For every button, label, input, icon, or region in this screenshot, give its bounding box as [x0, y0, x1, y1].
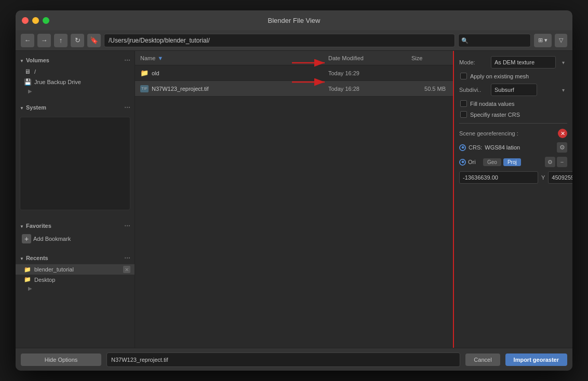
- filename-input[interactable]: [106, 352, 460, 367]
- subdiv-row: Subdivi.. Subsurf Multi-resolution None: [459, 84, 567, 96]
- system-header: ▼System ···: [16, 101, 135, 114]
- ori-radio[interactable]: [459, 159, 466, 166]
- table-row[interactable]: TIF N37W123_reproject.tif Today 16:28 50…: [135, 81, 453, 97]
- crs-radio[interactable]: [459, 144, 466, 151]
- recent-close-button[interactable]: ✕: [123, 266, 130, 273]
- coords-row: Y: [459, 171, 567, 184]
- georef-close-button[interactable]: ✕: [558, 129, 567, 138]
- search-icon: 🔍: [461, 37, 469, 44]
- sidebar-item-backup[interactable]: 💾 Jrue Backup Drive: [16, 77, 135, 87]
- mode-select[interactable]: As DEM texture As background texture As …: [491, 56, 556, 69]
- add-bookmark-button[interactable]: +: [22, 234, 31, 243]
- add-bookmark-row[interactable]: + Add Bookmark: [16, 232, 135, 246]
- volumes-section: ▼Volumes ··· 🖥 / 💾 Jrue Backup Drive ▶: [16, 51, 135, 98]
- bottom-bar: Hide Options Cancel Import georaster: [16, 348, 572, 371]
- y-coord-input[interactable]: [548, 171, 572, 184]
- fill-nodata-checkbox[interactable]: [460, 100, 467, 107]
- back-button[interactable]: ←: [21, 34, 34, 47]
- right-panel: Mode: As DEM texture As background textu…: [453, 51, 572, 348]
- view-button[interactable]: ⊞ ▾: [534, 34, 552, 47]
- sidebar: ▼Volumes ··· 🖥 / 💾 Jrue Backup Drive ▶ ▼…: [16, 51, 135, 348]
- recent-item-desktop[interactable]: 📁 Desktop: [16, 275, 135, 284]
- file-date-tif: Today 16:28: [323, 86, 406, 92]
- table-row[interactable]: 📁 old Today 16:29: [135, 65, 453, 81]
- specify-raster-row: Specifiy raster CRS: [459, 111, 567, 118]
- file-area: Name ▼ Date Modified Size 📁: [135, 51, 453, 348]
- apply-mesh-checkbox[interactable]: [460, 73, 467, 79]
- forward-button[interactable]: →: [37, 34, 51, 47]
- date-column-header[interactable]: Date Modified: [323, 55, 406, 61]
- ori-settings-button[interactable]: ⚙: [545, 157, 555, 167]
- favorites-section: ▼Favorites ··· + Add Bookmark: [16, 216, 135, 249]
- recents-dots[interactable]: ···: [124, 254, 130, 262]
- system-section: ▼System ···: [16, 98, 135, 216]
- ori-minus-button[interactable]: −: [557, 157, 567, 167]
- traffic-lights: [22, 17, 49, 24]
- file-size-tif: 50.5 MB: [406, 86, 453, 92]
- system-dots[interactable]: ···: [124, 103, 130, 112]
- close-button[interactable]: [22, 17, 29, 24]
- favorites-dots[interactable]: ···: [124, 222, 130, 230]
- window-title: Blender File View: [268, 17, 320, 24]
- panel-divider: [459, 123, 567, 124]
- search-input[interactable]: [458, 34, 531, 47]
- crs-row: CRS: WGS84 lation ⚙: [459, 142, 567, 153]
- cancel-button[interactable]: Cancel: [465, 353, 500, 366]
- bookmark-button[interactable]: 🔖: [87, 34, 101, 47]
- path-input[interactable]: [104, 34, 455, 47]
- backup-drive-icon: 💾: [24, 78, 31, 86]
- drive-icon: 🖥: [24, 68, 31, 75]
- volumes-dots[interactable]: ···: [124, 56, 130, 64]
- mode-select-wrapper: As DEM texture As background texture As …: [491, 56, 567, 69]
- import-georaster-button[interactable]: Import georaster: [505, 353, 567, 366]
- main-content: ▼Volumes ··· 🖥 / 💾 Jrue Backup Drive ▶ ▼…: [16, 51, 572, 348]
- proj-tab[interactable]: Proj: [503, 158, 521, 166]
- folder-icon: 📁: [140, 69, 149, 77]
- mode-row: Mode: As DEM texture As background textu…: [459, 56, 567, 69]
- titlebar: Blender File View: [16, 10, 572, 30]
- georef-label-row: Scene georeferencing : ✕: [459, 129, 567, 138]
- refresh-button[interactable]: ↻: [71, 34, 84, 47]
- crs-gear-button[interactable]: ⚙: [557, 142, 567, 153]
- folder-icon-recent: 📁: [24, 266, 31, 273]
- ori-row: Ori Geo Proj ⚙ −: [459, 157, 567, 167]
- minimize-button[interactable]: [32, 17, 39, 24]
- geo-tab[interactable]: Geo: [483, 158, 501, 166]
- sidebar-item-root[interactable]: 🖥 /: [16, 66, 135, 77]
- image-file-icon: TIF: [140, 85, 149, 92]
- up-button[interactable]: ↑: [54, 34, 68, 47]
- hide-options-button[interactable]: Hide Options: [21, 353, 101, 366]
- recents-more[interactable]: ▶: [16, 284, 135, 292]
- file-list-header: Name ▼ Date Modified Size: [135, 51, 453, 65]
- maximize-button[interactable]: [43, 17, 49, 24]
- file-list: 📁 old Today 16:29 TIF N37W123_reproject.…: [135, 65, 453, 348]
- folder-icon-desktop: 📁: [24, 276, 31, 283]
- volumes-more[interactable]: ▶: [16, 87, 135, 95]
- file-name-old: 📁 old: [135, 69, 323, 77]
- fill-nodata-row: Fill nodata values: [459, 100, 567, 107]
- search-wrapper: 🔍: [458, 34, 531, 47]
- name-column-header[interactable]: Name ▼: [135, 55, 323, 61]
- recent-item-blender-tutorial[interactable]: 📁 blender_tutorial ✕: [16, 264, 135, 275]
- x-coord-input[interactable]: [459, 171, 538, 184]
- file-date-old: Today 16:29: [323, 70, 406, 76]
- recents-section: ▼Recents ··· 📁 blender_tutorial ✕ 📁 Desk…: [16, 249, 135, 295]
- favorites-header: ▼Favorites ···: [16, 220, 135, 232]
- recents-header: ▼Recents ···: [16, 252, 135, 264]
- volumes-header: ▼Volumes ···: [16, 54, 135, 66]
- size-column-header[interactable]: Size: [406, 55, 453, 61]
- specify-raster-checkbox[interactable]: [460, 111, 467, 118]
- file-name-tif: TIF N37W123_reproject.tif: [135, 85, 323, 92]
- subdiv-select-wrapper: Subsurf Multi-resolution None: [491, 84, 567, 96]
- subdiv-select[interactable]: Subsurf Multi-resolution None: [491, 84, 537, 96]
- blender-file-view-window: Blender File View ← → ↑ ↻ 🔖 🔍 ⊞ ▾ ▽ ▼Vol…: [16, 10, 572, 371]
- filter-button[interactable]: ▽: [555, 34, 567, 47]
- toolbar: ← → ↑ ↻ 🔖 🔍 ⊞ ▾ ▽: [16, 30, 572, 51]
- system-box: [20, 117, 130, 210]
- file-area-inner: Name ▼ Date Modified Size 📁: [135, 51, 453, 348]
- apply-mesh-row: Apply on existing mesh: [459, 73, 567, 79]
